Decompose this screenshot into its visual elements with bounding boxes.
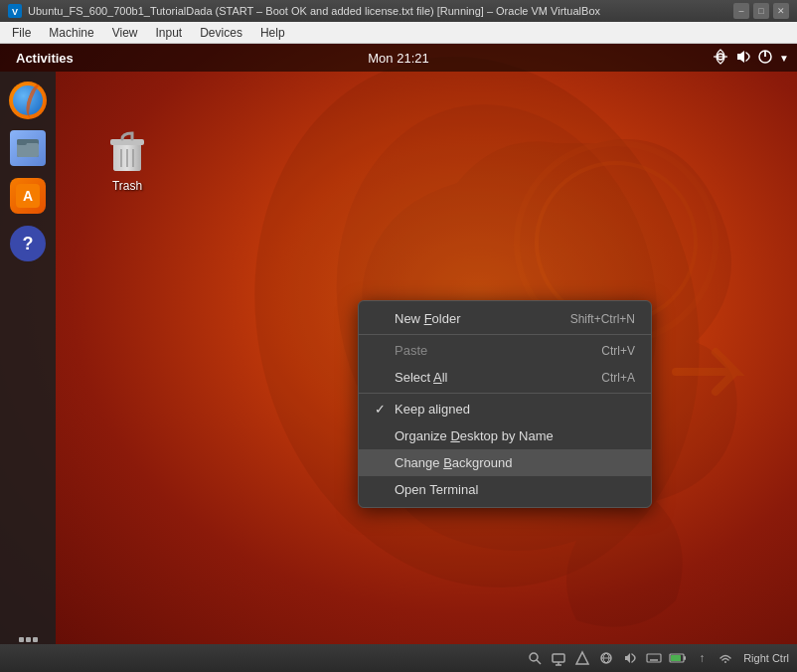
ctx-label-open-terminal: Open Terminal [395,482,478,497]
svg-rect-35 [684,656,686,660]
menu-machine[interactable]: Machine [41,24,101,42]
taskbar-icon-search[interactable] [525,648,545,668]
sidebar-dock: A ? [0,72,56,672]
ctx-item-select-all[interactable]: Select All Ctrl+A [359,364,651,391]
ctx-item-change-background[interactable]: Change Background [359,449,651,476]
ctx-shortcut-new-folder: Shift+Ctrl+N [570,312,635,326]
vbox-window-controls: – □ ✕ [733,3,789,19]
ctx-label-change-bg: Change Background [395,455,513,470]
sidebar-item-files[interactable] [7,127,49,169]
minimize-button[interactable]: – [733,3,749,19]
ctx-shortcut-select-all: Ctrl+A [601,371,635,385]
panel-right-section: ▼ [712,48,789,69]
svg-rect-28 [647,654,661,662]
help-icon: ? [10,226,46,261]
ctx-item-keep-aligned[interactable]: ✓ Keep aligned [359,396,651,422]
panel-clock: Mon 21:21 [368,51,428,66]
taskbar-icon-up[interactable]: ↑ [692,648,712,668]
ctx-check-organize [375,428,389,443]
vbox-menubar: File Machine View Input Devices Help [0,22,797,44]
svg-rect-17 [110,139,144,145]
svg-rect-11 [17,143,39,157]
grid-dot [19,637,24,642]
svg-rect-12 [17,139,27,145]
ctx-label-new-folder: New Folder [395,311,461,326]
taskbar-icon-battery[interactable] [668,648,688,668]
ctx-item-open-terminal[interactable]: Open Terminal [359,476,651,503]
ctx-separator-1 [359,334,651,335]
svg-rect-23 [553,654,564,662]
ctx-item-organize-desktop[interactable]: Organize Desktop by Name [359,422,651,449]
ctx-item-paste: Paste Ctrl+V [359,337,651,364]
taskbar-icon-wifi[interactable] [716,648,735,668]
trash-label: Trash [112,179,142,193]
vbox-window-title: Ubuntu_FS_600_700b1_TutorialDada (START … [28,5,727,17]
menu-help[interactable]: Help [252,24,293,42]
taskbar-icon-1[interactable] [549,648,568,668]
desktop-icon-trash[interactable]: Trash [99,123,155,197]
sound-icon[interactable] [735,49,751,68]
power-icon[interactable] [757,49,773,68]
taskbar-icon-sound[interactable] [620,648,640,668]
taskbar-icon-keyboard[interactable] [644,648,664,668]
ctx-check-open-terminal [375,482,389,497]
right-ctrl-label: Right Ctrl [743,652,789,664]
ctx-label-organize: Organize Desktop by Name [395,428,554,443]
svg-point-21 [530,653,538,661]
network-icon[interactable] [712,48,729,69]
menu-view[interactable]: View [104,24,146,42]
panel-dropdown-icon[interactable]: ▼ [779,53,789,64]
trash-icon [103,127,151,175]
maximize-button[interactable]: □ [753,3,769,19]
ctx-check-change-bg [375,455,389,470]
files-icon [10,130,46,166]
svg-text:V: V [12,7,18,17]
sidebar-item-firefox[interactable] [7,80,49,121]
menu-input[interactable]: Input [148,24,191,42]
ctx-label-select-all: Select All [395,370,447,385]
svg-line-22 [537,660,541,664]
taskbar-icon-network[interactable] [596,648,616,668]
menu-file[interactable]: File [4,24,39,42]
top-panel: Activities Mon 21:21 [0,44,797,72]
activities-button[interactable]: Activities [8,51,81,66]
appstore-icon: A [10,178,46,214]
sidebar-item-help[interactable]: ? [7,223,49,264]
context-menu: New Folder Shift+Ctrl+N Paste Ctrl+V Sel… [358,300,652,508]
vbox-window: V Ubuntu_FS_600_700b1_TutorialDada (STAR… [0,0,797,672]
taskbar-icon-2[interactable] [572,648,592,668]
svg-text:A: A [23,188,33,204]
vbox-icon: V [8,4,22,18]
grid-dot [33,637,38,642]
ctx-check-select-all [375,370,389,385]
vbox-titlebar: V Ubuntu_FS_600_700b1_TutorialDada (STAR… [0,0,797,22]
grid-dot [26,637,31,642]
ctx-shortcut-paste: Ctrl+V [601,344,635,358]
ctx-item-new-folder[interactable]: New Folder Shift+Ctrl+N [359,305,651,332]
ctx-check-paste [375,343,389,358]
close-button[interactable]: ✕ [773,3,789,19]
taskbar: ↑ Right Ctrl [0,644,797,672]
ctx-check-keep-aligned: ✓ [375,402,389,417]
sidebar-item-appstore[interactable]: A [7,175,49,217]
ctx-label-keep-aligned: Keep aligned [395,402,470,417]
ctx-label-paste: Paste [395,343,427,358]
svg-rect-34 [671,655,681,661]
ctx-check-new-folder [375,311,389,326]
menu-devices[interactable]: Devices [192,24,250,42]
ubuntu-desktop[interactable]: Activities Mon 21:21 [0,44,797,672]
ctx-separator-2 [359,393,651,394]
